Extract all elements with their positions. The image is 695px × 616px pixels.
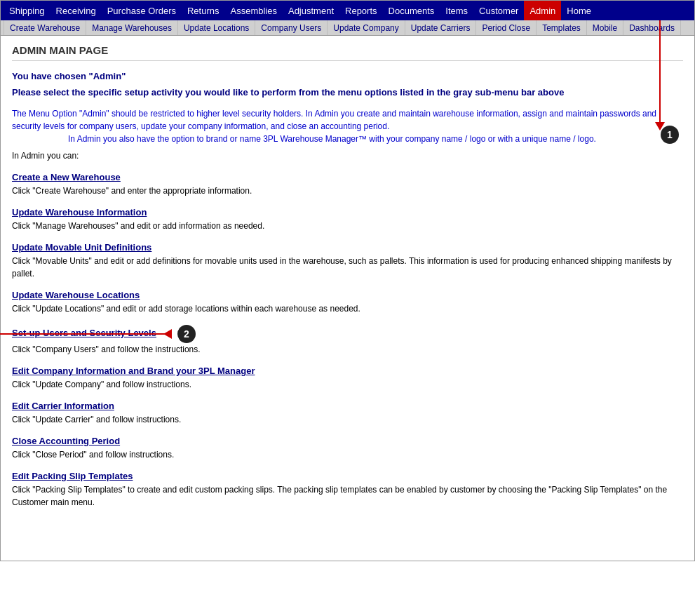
nav-receiving[interactable]: Receiving — [50, 1, 102, 20]
section-desc-company-info: Click "Update Company" and follow instru… — [12, 378, 683, 391]
subnav-create-warehouse[interactable]: Create Warehouse — [4, 20, 86, 35]
nav-assemblies[interactable]: Assemblies — [225, 1, 283, 20]
nav-documents[interactable]: Documents — [383, 1, 440, 20]
subnav-period-close[interactable]: Period Close — [476, 20, 537, 35]
section-desc-update-locations: Click "Update Locations" and edit or add… — [12, 302, 683, 315]
nav-returns[interactable]: Returns — [182, 1, 225, 20]
section-update-locations: Update Warehouse Locations Click "Update… — [12, 290, 683, 315]
nav-purchase-orders[interactable]: Purchase Orders — [102, 1, 182, 20]
intro-section: You have chosen "Admin" Please select th… — [12, 71, 683, 98]
page-wrapper: 1 Shipping Receiving Purchase Orders Ret… — [0, 0, 695, 561]
section-company-info: Edit Company Information and Brand your … — [12, 366, 683, 391]
nav-customer[interactable]: Customer — [473, 1, 524, 20]
subnav-update-carriers[interactable]: Update Carriers — [405, 20, 477, 35]
section-update-warehouse: Update Warehouse Information Click "Mana… — [12, 207, 683, 232]
section-packing-slip: Edit Packing Slip Templates Click "Packi… — [12, 471, 683, 509]
badge-1: 1 — [661, 126, 679, 144]
in-admin-label: In Admin you can: — [12, 151, 683, 161]
nav-shipping[interactable]: Shipping — [4, 1, 50, 20]
nav-home[interactable]: Home — [561, 1, 597, 20]
section-desc-create-warehouse: Click "Create Warehouse" and enter the a… — [12, 185, 683, 197]
subnav-mobile[interactable]: Mobile — [587, 20, 623, 35]
section-users-security: Set-up Users and Security Levels 2 Click… — [12, 325, 683, 356]
section-movable-units: Update Movable Unit Definitions Click "M… — [12, 242, 683, 280]
subnav-manage-warehouses[interactable]: Manage Warehouses — [86, 20, 178, 35]
section-title-packing-slip[interactable]: Edit Packing Slip Templates — [12, 471, 133, 481]
arrow-2-annotation — [163, 329, 172, 339]
nav-reports[interactable]: Reports — [339, 1, 383, 20]
sub-heading: Please select the specific setup activit… — [12, 87, 683, 98]
section-desc-movable-units: Click "Movable Units" and edit or add de… — [12, 255, 683, 280]
subnav-update-locations[interactable]: Update Locations — [178, 20, 255, 35]
badge-2: 2 — [177, 325, 196, 343]
section-desc-update-warehouse: Click "Manage Warehouses" and edit or ad… — [12, 220, 683, 232]
sub-nav: Create Warehouse Manage Warehouses Updat… — [1, 20, 694, 36]
subnav-dashboards[interactable]: Dashboards — [623, 20, 681, 35]
users-row: Set-up Users and Security Levels 2 — [12, 325, 683, 343]
nav-items[interactable]: Items — [440, 1, 473, 20]
section-title-movable-units[interactable]: Update Movable Unit Definitions — [12, 242, 151, 253]
subnav-templates[interactable]: Templates — [537, 20, 587, 35]
section-close-period: Close Accounting Period Click "Close Per… — [12, 436, 683, 461]
section-desc-close-period: Click "Close Period" and follow instruct… — [12, 448, 683, 461]
main-content: Admin Main Page You have chosen "Admin" … — [1, 36, 694, 527]
nav-adjustment[interactable]: Adjustment — [283, 1, 339, 20]
section-title-create-warehouse[interactable]: Create a New Warehouse — [12, 172, 121, 182]
section-desc-packing-slip: Click "Packing Slip Templates" to create… — [12, 483, 683, 509]
subnav-update-company[interactable]: Update Company — [328, 20, 405, 35]
section-title-close-period[interactable]: Close Accounting Period — [12, 436, 120, 446]
section-title-update-warehouse[interactable]: Update Warehouse Information — [12, 207, 147, 217]
top-nav: Shipping Receiving Purchase Orders Retur… — [1, 1, 694, 20]
section-title-update-locations[interactable]: Update Warehouse Locations — [12, 290, 140, 300]
description-1: The Menu Option "Admin" should be restri… — [12, 107, 683, 145]
section-desc-carrier-info: Click "Update Carrier" and follow instru… — [12, 413, 683, 426]
page-title: Admin Main Page — [12, 44, 683, 61]
intro-heading: You have chosen "Admin" — [12, 71, 683, 81]
section-create-warehouse: Create a New Warehouse Click "Create War… — [12, 172, 683, 197]
section-desc-users-security: Click "Company Users" and follow the ins… — [12, 343, 683, 356]
section-title-company-info[interactable]: Edit Company Information and Brand your … — [12, 366, 255, 376]
section-carrier-info: Edit Carrier Information Click "Update C… — [12, 401, 683, 426]
subnav-company-users[interactable]: Company Users — [255, 20, 328, 35]
nav-admin[interactable]: Admin — [524, 1, 561, 20]
section-title-carrier-info[interactable]: Edit Carrier Information — [12, 401, 114, 411]
